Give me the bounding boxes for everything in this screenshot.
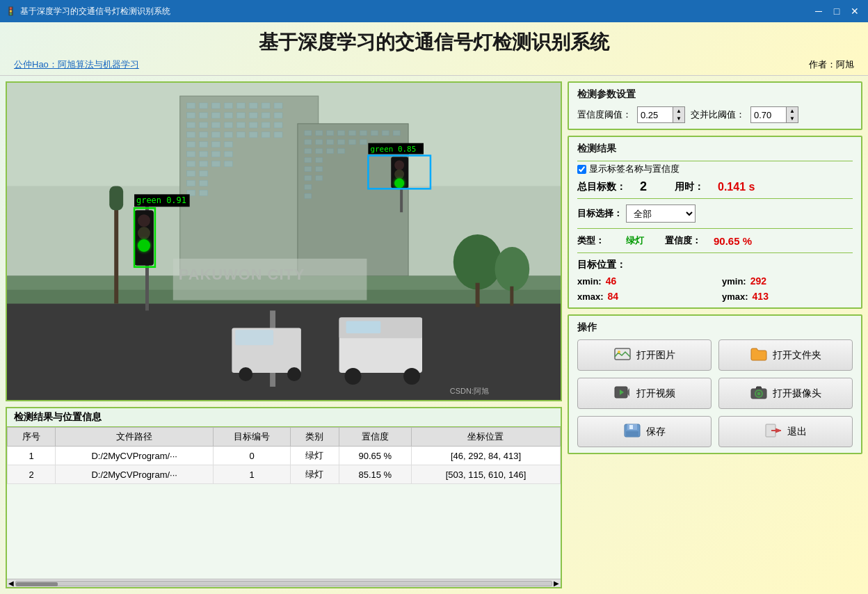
svg-rect-98 bbox=[114, 207, 118, 303]
left-panel: PAKUWON CITY bbox=[6, 81, 562, 588]
svg-rect-89 bbox=[346, 321, 381, 333]
type-label: 类型： bbox=[577, 234, 626, 247]
svg-rect-41 bbox=[212, 152, 220, 157]
svg-rect-12 bbox=[200, 113, 208, 118]
scrollbar-track[interactable] bbox=[15, 581, 552, 586]
target-select-row: 目标选择： 全部 绿灯 红灯 黄灯 bbox=[577, 204, 853, 223]
total-label: 总目标数： bbox=[577, 181, 626, 193]
svg-rect-39 bbox=[187, 152, 195, 157]
save-label: 保存 bbox=[646, 426, 666, 438]
exit-button[interactable]: 退出 bbox=[718, 416, 853, 447]
divider3 bbox=[577, 228, 853, 229]
svg-point-110 bbox=[394, 161, 404, 170]
detection-params-panel: 检测参数设置 置信度阈值： ▲ ▼ 交并比阈值： ▲ bbox=[568, 81, 862, 130]
col-header-coords: 坐标位置 bbox=[411, 428, 560, 447]
svg-rect-50 bbox=[200, 180, 208, 186]
svg-rect-6 bbox=[224, 103, 232, 109]
col-header-seq: 序号 bbox=[8, 428, 56, 447]
iou-input[interactable] bbox=[751, 107, 786, 122]
svg-rect-16 bbox=[249, 113, 257, 118]
svg-rect-66 bbox=[338, 140, 345, 145]
open-video-button[interactable]: 打开视频 bbox=[577, 378, 712, 409]
svg-rect-31 bbox=[236, 132, 245, 138]
svg-rect-49 bbox=[187, 180, 195, 186]
open-camera-label: 打开摄像头 bbox=[773, 387, 821, 400]
results-table: 序号 文件路径 目标编号 类别 置信度 坐标位置 1D:/2MyCVProgra… bbox=[7, 427, 561, 484]
svg-rect-132 bbox=[626, 431, 638, 436]
conf-value: 90.65 % bbox=[714, 235, 752, 247]
open-camera-button[interactable]: 打开摄像头 bbox=[718, 378, 853, 409]
iou-down[interactable]: ▼ bbox=[787, 115, 798, 122]
show-label-row: 显示标签名称与置信度 bbox=[577, 163, 853, 175]
save-button[interactable]: 保存 bbox=[577, 416, 712, 447]
svg-rect-69 bbox=[305, 149, 312, 154]
target-select[interactable]: 全部 绿灯 红灯 黄灯 bbox=[626, 204, 696, 223]
svg-rect-67 bbox=[349, 140, 356, 145]
svg-point-128 bbox=[757, 392, 760, 396]
svg-rect-57 bbox=[338, 131, 345, 136]
svg-rect-25 bbox=[262, 122, 270, 128]
svg-rect-15 bbox=[236, 113, 245, 118]
svg-rect-77 bbox=[305, 175, 312, 180]
svg-rect-13 bbox=[212, 113, 220, 118]
show-label-checkbox[interactable] bbox=[577, 165, 586, 174]
app-title: 基于深度学习的交通信号灯检测识别系统 bbox=[14, 29, 854, 56]
svg-rect-63 bbox=[305, 140, 312, 145]
scrollbar-thumb[interactable] bbox=[16, 582, 58, 586]
scroll-right-arrow[interactable]: ▶ bbox=[554, 579, 559, 587]
open-camera-icon bbox=[750, 385, 767, 401]
xmin-item: xmin: 46 bbox=[577, 275, 708, 287]
main-window: 基于深度学习的交通信号灯检测识别系统 公仲Hao：阿旭算法与机器学习 作者：阿旭 bbox=[0, 22, 868, 594]
svg-point-91 bbox=[403, 368, 420, 385]
confidence-up[interactable]: ▲ bbox=[673, 107, 684, 115]
svg-text:green 0.91: green 0.91 bbox=[136, 195, 186, 205]
svg-rect-56 bbox=[327, 131, 334, 136]
author-label: 作者：阿旭 bbox=[809, 58, 854, 71]
open-image-icon bbox=[614, 347, 631, 363]
svg-rect-21 bbox=[212, 122, 220, 128]
svg-rect-8 bbox=[249, 103, 257, 109]
scroll-left-arrow[interactable]: ◀ bbox=[8, 579, 14, 587]
subtitle-link[interactable]: 公仲Hao：阿旭算法与机器学习 bbox=[14, 58, 139, 71]
confidence-spinners: ▲ ▼ bbox=[673, 107, 684, 122]
minimize-button[interactable]: ─ bbox=[811, 3, 826, 19]
iou-up[interactable]: ▲ bbox=[787, 107, 798, 115]
svg-rect-55 bbox=[316, 131, 323, 136]
svg-rect-40 bbox=[200, 152, 208, 157]
pos-label-row: 目标位置： bbox=[577, 259, 853, 271]
svg-rect-26 bbox=[274, 122, 282, 128]
svg-rect-35 bbox=[187, 142, 195, 147]
confidence-down[interactable]: ▼ bbox=[673, 115, 684, 122]
maximize-button[interactable]: □ bbox=[829, 3, 844, 19]
open-image-button[interactable]: 打开图片 bbox=[577, 339, 712, 371]
svg-rect-30 bbox=[224, 132, 232, 138]
open-video-icon bbox=[614, 385, 631, 401]
horizontal-scrollbar[interactable]: ◀ ▶ bbox=[7, 579, 561, 587]
exit-label: 退出 bbox=[787, 426, 807, 438]
svg-rect-72 bbox=[338, 149, 345, 154]
xmax-key: xmax: bbox=[577, 291, 604, 302]
svg-rect-27 bbox=[187, 132, 195, 138]
show-label-text: 显示标签名称与置信度 bbox=[589, 163, 680, 175]
svg-point-90 bbox=[345, 368, 362, 385]
svg-rect-36 bbox=[200, 142, 208, 147]
svg-rect-131 bbox=[629, 425, 633, 429]
table-title: 检测结果与位置信息 bbox=[7, 408, 561, 427]
divider2 bbox=[577, 198, 853, 199]
type-row: 类型： 绿灯 置信度： 90.65 % bbox=[577, 234, 853, 247]
open-folder-button[interactable]: 打开文件夹 bbox=[718, 339, 853, 371]
open-image-label: 打开图片 bbox=[636, 349, 675, 362]
svg-rect-45 bbox=[212, 161, 220, 167]
total-value: 2 bbox=[640, 179, 647, 194]
close-button[interactable]: ✕ bbox=[847, 3, 862, 19]
detection-results-panel: 检测结果 显示标签名称与置信度 总目标数： 2 用时： 0.141 s 目标选择… bbox=[568, 136, 862, 309]
svg-rect-76 bbox=[316, 167, 323, 172]
ymin-value: 292 bbox=[750, 275, 766, 287]
conf-label: 置信度： bbox=[665, 234, 714, 247]
app-body: PAKUWON CITY bbox=[0, 76, 868, 594]
totals-row: 总目标数： 2 用时： 0.141 s bbox=[577, 179, 853, 194]
xmax-value: 84 bbox=[608, 291, 619, 302]
confidence-input[interactable] bbox=[638, 107, 673, 122]
params-row: 置信度阈值： ▲ ▼ 交并比阈值： ▲ ▼ bbox=[577, 106, 853, 123]
svg-rect-47 bbox=[187, 171, 195, 177]
